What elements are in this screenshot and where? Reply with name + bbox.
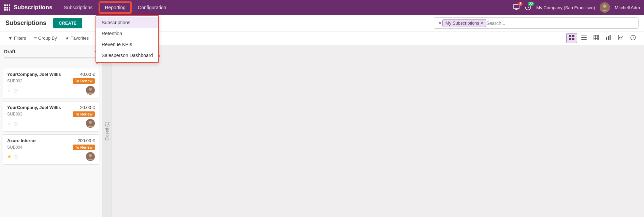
navbar-menu: Subscriptions Reporting Configuration [59,1,513,14]
card-badge-to-renew: To Renew [73,145,95,150]
column-header-draft: Draft + [0,45,102,57]
user-avatar[interactable] [600,2,610,13]
list-view-button[interactable] [579,33,589,43]
card-avatar [86,86,95,95]
filter-icon: ▼ [8,36,13,41]
group-by-label: Group By [38,36,57,41]
table-row[interactable]: Azure Interior 200.00 € SUB004 To Renew … [3,134,99,165]
svg-rect-24 [608,36,609,40]
bar-chart-view-button[interactable] [603,33,614,43]
filters-button[interactable]: ▼ Filters [5,34,29,42]
svg-point-36 [89,154,92,157]
nav-configuration[interactable]: Configuration [133,3,171,12]
card-avatar [86,119,95,128]
search-area: ▼ My Subscriptions × [88,17,639,29]
clock-view-button[interactable] [628,33,639,43]
card-company-name: YourCompany, Joel Willis [7,105,61,110]
svg-rect-8 [9,9,10,11]
svg-rect-11 [569,35,571,37]
search-box[interactable]: ▼ My Subscriptions × [434,17,639,29]
card-row-middle: SUB003 To Renew [7,111,95,117]
card-amount: 40.00 € [80,72,95,77]
dropdown-item-retention[interactable]: Retention [96,28,158,39]
svg-point-34 [89,121,92,124]
nav-subscriptions[interactable]: Subscriptions [59,3,97,12]
card-badge-to-renew: To Renew [73,78,95,84]
main-content: Draft + 3 YourCompany, Joel Willis 40.00… [0,45,644,217]
svg-rect-23 [606,37,607,40]
table-row[interactable]: YourCompany, Joel Willis 40.00 € SUB002 … [3,68,99,98]
apps-icon[interactable] [4,4,10,11]
card-avatar [86,152,95,161]
nav-reporting[interactable]: Reporting [99,2,131,13]
svg-rect-17 [581,39,587,40]
card-amount: 20.00 € [80,105,95,110]
company-name[interactable]: My Company (San Francisco) [536,5,595,10]
favorites-label: Favorites [71,36,89,41]
closed-column-collapsed[interactable]: Closed (1) [102,45,112,217]
svg-rect-13 [569,38,571,40]
svg-rect-12 [572,35,574,37]
card-row-top: YourCompany, Joel Willis 40.00 € [7,72,95,77]
filter-tag-close-icon[interactable]: × [481,21,483,26]
card-row-top: Azure Interior 200.00 € [7,138,95,143]
favorites-button[interactable]: ★ Favorites [62,34,91,42]
svg-rect-16 [581,37,587,38]
card-star-icon[interactable]: ☆ [7,121,12,126]
kanban-view-button[interactable] [566,33,577,43]
add-column-area[interactable]: + Add a Column [117,51,639,60]
nav-reporting-wrapper: Reporting [99,1,132,14]
create-button[interactable]: CREATE [53,18,82,28]
card-company-name: YourCompany, Joel Willis [7,72,61,77]
svg-rect-18 [594,35,599,40]
group-by-icon: ≡ [34,36,37,41]
line-chart-view-button[interactable] [615,33,626,43]
draft-cards-list: YourCompany, Joel Willis 40.00 € SUB002 … [0,67,102,217]
svg-rect-0 [4,4,6,6]
navbar-right: 3 22 My Company (San Francisco) Mitchell… [513,2,640,13]
dropdown-item-salesperson-dashboard[interactable]: Salesperson Dashboard [96,50,158,61]
card-amount: 200.00 € [77,138,95,143]
app-title: Subscriptions [14,4,52,11]
filter-funnel-icon: ▼ [438,21,442,26]
filters-label: Filters [14,36,26,41]
page-title: Subscriptions [5,19,46,27]
main-board: + Add a Column [112,45,644,217]
card-clock-icon[interactable]: ◷ [14,121,18,126]
star-icon: ★ [65,36,69,41]
card-row-bottom: ★ ◷ [7,152,95,161]
user-name: Mitchell Adm [615,5,640,10]
svg-rect-1 [6,4,8,6]
group-by-button[interactable]: ≡ Group By [31,34,60,42]
svg-rect-14 [572,38,574,40]
column-title-draft: Draft [4,49,15,54]
search-input[interactable] [486,21,588,26]
dropdown-item-subscriptions[interactable]: Subscriptions [96,17,158,28]
draft-progress-bar-container [0,57,102,60]
card-clock-icon[interactable]: ◷ [14,154,18,159]
table-row[interactable]: YourCompany, Joel Willis 20.00 € SUB003 … [3,101,99,132]
grid-view-button[interactable] [591,33,602,43]
card-clock-icon[interactable]: ◷ [14,87,18,93]
svg-rect-25 [610,35,611,40]
svg-rect-4 [6,7,8,9]
card-row-bottom: ☆ ◷ [7,86,95,95]
svg-rect-7 [6,9,8,11]
svg-line-30 [633,38,634,38]
draft-column: Draft + 3 YourCompany, Joel Willis 40.00… [0,45,102,217]
filter-tag-label: My Subscriptions [445,21,479,26]
card-star-icon[interactable]: ☆ [7,87,12,93]
dropdown-item-revenue-kpis[interactable]: Revenue KPIs [96,39,158,50]
svg-rect-6 [4,9,6,11]
chat-notifications[interactable]: 3 [513,4,520,12]
right-area: Closed (1) + Add a Column [102,45,644,217]
card-badge-to-renew: To Renew [73,111,95,117]
card-sub-id: SUB004 [7,145,23,150]
card-star-icon-filled[interactable]: ★ [7,154,12,159]
activity-notifications[interactable]: 22 [525,4,531,12]
card-row-bottom: ☆ ◷ [7,119,95,128]
draft-count: 3 [0,60,102,67]
filter-tag-my-subscriptions[interactable]: My Subscriptions × [442,19,486,27]
svg-rect-3 [4,7,6,9]
card-row-middle: SUB004 To Renew [7,145,95,150]
